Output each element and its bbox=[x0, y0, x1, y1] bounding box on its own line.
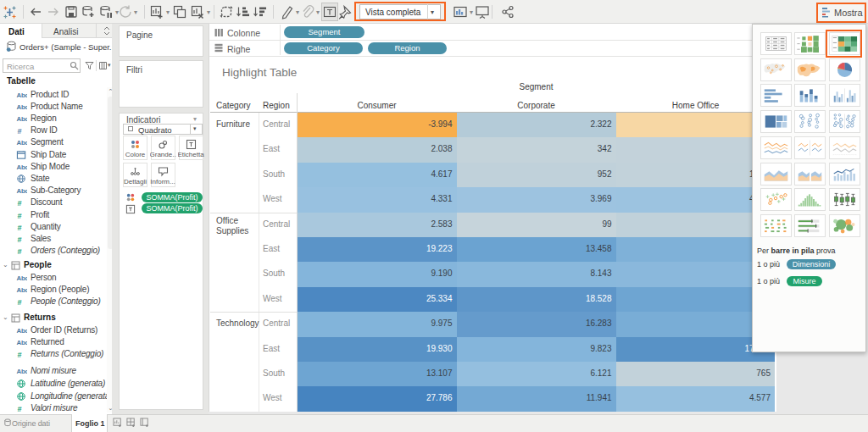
svg-text:Abc: Abc bbox=[17, 368, 28, 375]
svg-text:Abc: Abc bbox=[17, 339, 28, 346]
svg-text:Abc: Abc bbox=[17, 140, 28, 147]
svg-text:Abc: Abc bbox=[17, 327, 28, 335]
svg-text:#: # bbox=[17, 212, 21, 220]
svg-text:#: # bbox=[17, 405, 21, 413]
svg-text:Abc: Abc bbox=[17, 103, 28, 111]
svg-text:#: # bbox=[17, 127, 21, 136]
svg-text:Abc: Abc bbox=[17, 91, 28, 99]
svg-text:Abc: Abc bbox=[17, 115, 28, 123]
svg-text:Abc: Abc bbox=[17, 163, 28, 171]
svg-text:#: # bbox=[17, 298, 21, 307]
svg-text:Abc: Abc bbox=[17, 286, 28, 294]
svg-text:Abc: Abc bbox=[17, 274, 28, 282]
svg-text:#: # bbox=[17, 199, 21, 208]
svg-text:#: # bbox=[17, 351, 21, 359]
svg-text:Abc: Abc bbox=[17, 187, 28, 195]
svg-text:#: # bbox=[17, 235, 21, 244]
svg-text:#: # bbox=[17, 247, 21, 256]
svg-text:#: # bbox=[17, 224, 21, 232]
